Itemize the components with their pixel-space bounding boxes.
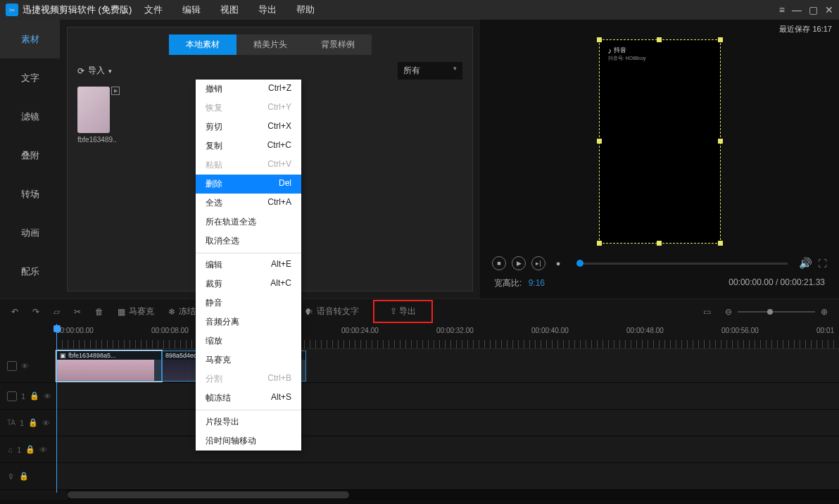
menu-export[interactable]: 导出 xyxy=(258,4,277,16)
playback-slider[interactable] xyxy=(576,263,788,265)
fullscreen-icon[interactable]: ⛶ xyxy=(818,258,827,269)
eye-icon[interactable]: 👁 xyxy=(42,419,50,427)
zoom-out-button[interactable]: ⊖ xyxy=(725,307,732,317)
context-menu-item[interactable]: 编辑Alt+E xyxy=(196,256,301,275)
context-menu-item[interactable]: 沿时间轴移动 xyxy=(196,431,301,451)
window-controls: ≡ — ▢ ✕ xyxy=(779,4,833,15)
zoom-in-button[interactable]: ⊕ xyxy=(821,307,828,317)
menu-bar: 文件 编辑 视图 导出 帮助 xyxy=(144,4,315,16)
context-menu-item[interactable]: 音频分离 xyxy=(196,313,301,332)
tool-stt[interactable]: 🗣语音转文字 xyxy=(305,305,359,317)
next-frame-button[interactable]: ▸| xyxy=(531,256,545,270)
time-display: 00:00:00.00 / 00:00:21.33 xyxy=(728,277,825,289)
volume-icon[interactable]: 🔊 xyxy=(799,257,812,270)
selection-box[interactable]: ♪ 抖音 抖音号: HO88coy xyxy=(599,39,721,244)
sidetab-animation[interactable]: 动画 xyxy=(0,213,60,252)
edit-button[interactable]: ▱ xyxy=(53,307,60,317)
ratio-label: 宽高比: xyxy=(494,278,522,288)
timeline-ruler[interactable]: 00:00:00.0000:00:08.0000:00:16.0000:00:2… xyxy=(56,324,839,349)
context-menu-item: 分割Ctrl+B xyxy=(196,370,301,389)
cut-button[interactable]: ✂ xyxy=(74,307,81,317)
video-clip-1[interactable]: ▣fbfe1634898a5... xyxy=(56,351,162,382)
context-menu-item[interactable]: 全选Ctrl+A xyxy=(196,194,301,213)
freeze-icon: ❄ xyxy=(168,307,175,317)
context-menu-item[interactable]: 删除Del xyxy=(196,175,301,194)
menu-edit[interactable]: 编辑 xyxy=(182,4,201,16)
menu-file[interactable]: 文件 xyxy=(144,4,163,16)
ratio-value[interactable]: 9:16 xyxy=(529,278,545,288)
sidetab-transition[interactable]: 转场 xyxy=(0,175,60,213)
context-menu-item[interactable]: 马赛克 xyxy=(196,351,301,370)
tool-mosaic[interactable]: ▦马赛克 xyxy=(118,305,154,317)
eye-icon[interactable]: 👁 xyxy=(44,392,51,401)
audio-track-icon: ♫ xyxy=(7,446,13,454)
context-menu-item[interactable]: 取消全选 xyxy=(196,232,301,251)
douyin-icon: ♪ xyxy=(608,46,612,55)
stop-button[interactable]: ■ xyxy=(492,256,506,270)
context-menu-item[interactable]: 静音 xyxy=(196,294,301,313)
sidetab-filter[interactable]: 滤镜 xyxy=(0,97,60,136)
lock-icon[interactable]: 🔒 xyxy=(30,391,39,401)
playback-slider-thumb[interactable] xyxy=(576,260,583,267)
context-menu-item[interactable]: 帧冻结Alt+S xyxy=(196,389,301,408)
record-button[interactable]: ● xyxy=(551,256,565,270)
eye-icon[interactable]: 👁 xyxy=(39,446,47,454)
ruler-tick: 00:00:48.00 xyxy=(626,327,664,334)
stt-icon: 🗣 xyxy=(305,307,313,317)
timeline: 00:00:00.0000:00:08.0000:00:16.0000:00:2… xyxy=(0,324,839,500)
titlebar: ✂ 迅捷视频剪辑软件 (免费版) 文件 编辑 视图 导出 帮助 ≡ — ▢ ✕ xyxy=(0,0,839,20)
export-button[interactable]: ⇪ 导出 xyxy=(373,300,433,323)
text-track-icon xyxy=(7,391,17,401)
ruler-tick: 00:00:40.00 xyxy=(531,327,569,334)
context-menu-item[interactable]: 剪切Ctrl+X xyxy=(196,118,301,137)
window-close-icon[interactable]: ✕ xyxy=(825,4,833,15)
redo-button[interactable]: ↷ xyxy=(32,307,39,317)
window-max-icon[interactable]: ▢ xyxy=(809,4,818,15)
menu-help[interactable]: 帮助 xyxy=(296,4,315,16)
timeline-scrollbar[interactable] xyxy=(68,490,839,500)
track-text: 1🔒👁 xyxy=(0,383,839,410)
lock-icon[interactable]: 🔒 xyxy=(28,418,38,427)
import-button[interactable]: ⟳ 导入 ▾ xyxy=(77,65,112,77)
zoom-slider[interactable] xyxy=(738,311,815,313)
context-menu-item: 恢复Ctrl+Y xyxy=(196,99,301,118)
ruler-tick: 00:00:00.00 xyxy=(56,327,94,334)
delete-button[interactable]: 🗑 xyxy=(95,307,103,317)
preview-stage[interactable]: ♪ 抖音 抖音号: HO88coy xyxy=(599,39,721,244)
media-thumb[interactable]: ▶ fbfe163489... xyxy=(77,87,117,144)
subtab-bgdemo[interactable]: 背景样例 xyxy=(304,34,372,55)
playhead[interactable] xyxy=(56,324,57,493)
ruler-tick: 00:00:32.00 xyxy=(436,327,474,334)
track-voice: 🎙🔒 xyxy=(0,463,839,490)
fit-icon[interactable]: ▭ xyxy=(703,307,711,317)
lock-icon[interactable]: 🔒 xyxy=(19,472,29,481)
sidetab-music[interactable]: 配乐 xyxy=(0,252,60,291)
mosaic-icon: ▦ xyxy=(118,307,125,317)
context-menu-item[interactable]: 所在轨道全选 xyxy=(196,213,301,232)
subtab-intro[interactable]: 精美片头 xyxy=(236,34,304,55)
context-menu-item[interactable]: 撤销Ctrl+Z xyxy=(196,80,301,99)
scrollbar-thumb[interactable] xyxy=(68,491,349,498)
context-menu-item[interactable]: 片段导出 xyxy=(196,412,301,431)
context-menu-item[interactable]: 缩放 xyxy=(196,332,301,351)
sidetab-overlay[interactable]: 叠附 xyxy=(0,136,60,175)
last-save-time: 最近保存 16:17 xyxy=(779,24,832,34)
sidetab-media[interactable]: 素材 xyxy=(0,20,60,58)
context-menu-item[interactable]: 裁剪Alt+C xyxy=(196,275,301,294)
play-button[interactable]: ▶ xyxy=(512,256,526,270)
title-track-icon: TA xyxy=(7,419,15,427)
media-subtabs: 本地素材 精美片头 背景样例 xyxy=(68,27,472,55)
sidetab-text[interactable]: 文字 xyxy=(0,58,60,97)
import-label: 导入 xyxy=(88,65,105,77)
lock-icon[interactable]: 🔒 xyxy=(25,445,35,454)
hamburger-icon[interactable]: ≡ xyxy=(779,4,785,15)
eye-icon[interactable]: 👁 xyxy=(21,362,29,370)
subtab-local[interactable]: 本地素材 xyxy=(169,34,236,55)
menu-view[interactable]: 视图 xyxy=(220,4,239,16)
track-video-body[interactable]: ▣fbfe1634898a5... 898a5d4ec7cb... xyxy=(56,349,839,382)
window-min-icon[interactable]: — xyxy=(792,4,802,15)
chevron-down-icon: ▾ xyxy=(108,68,112,75)
side-tabs: 素材 文字 滤镜 叠附 转场 动画 配乐 xyxy=(0,20,60,298)
context-menu-item[interactable]: 复制Ctrl+C xyxy=(196,137,301,156)
undo-button[interactable]: ↶ xyxy=(11,307,18,317)
